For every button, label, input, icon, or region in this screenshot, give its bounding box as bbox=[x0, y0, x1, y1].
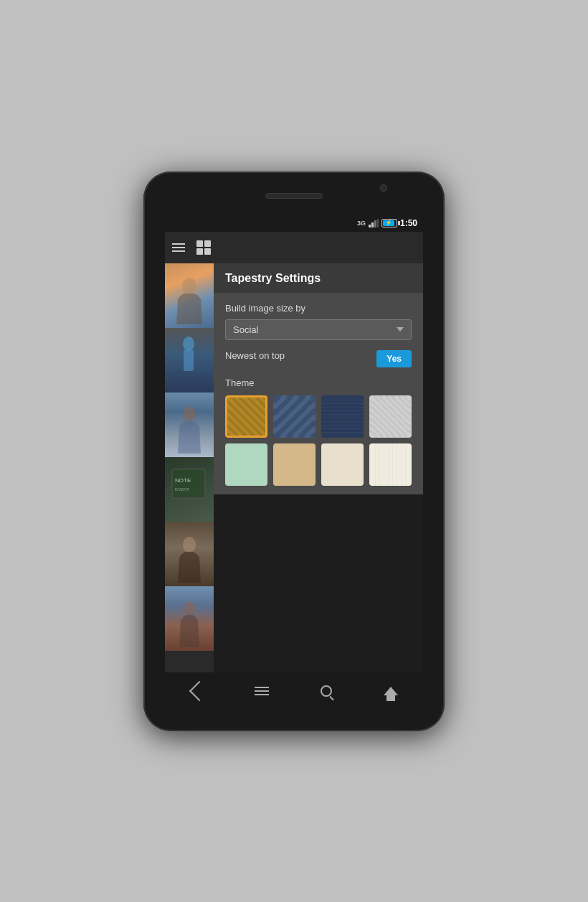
theme-swatch-navy-dark[interactable] bbox=[321, 395, 364, 438]
theme-swatch-mint[interactable] bbox=[225, 443, 267, 486]
home-icon bbox=[384, 687, 398, 695]
signal-indicator: 3G bbox=[357, 220, 366, 227]
photo-thumb-6 bbox=[165, 586, 214, 651]
dialog-header: Tapestry Settings bbox=[214, 263, 423, 294]
chalkboard-writing: NOTE EVENT bbox=[171, 468, 207, 511]
grid-cell-4 bbox=[204, 248, 211, 255]
svg-text:NOTE: NOTE bbox=[175, 477, 191, 484]
grid-cell-1 bbox=[196, 240, 203, 247]
svg-rect-1 bbox=[371, 222, 374, 227]
back-icon bbox=[189, 680, 209, 700]
photo-thumb-1 bbox=[165, 263, 214, 328]
svg-rect-6 bbox=[184, 349, 194, 371]
phone-screen: 3G ⚡ 1:50 bbox=[165, 215, 423, 710]
svg-text:EVENT: EVENT bbox=[175, 487, 189, 492]
figurine-shape bbox=[178, 335, 199, 385]
svg-point-12 bbox=[184, 601, 195, 614]
dialog-body: Build image size by Social Newest on top… bbox=[214, 294, 423, 494]
person-silhouette-6 bbox=[174, 601, 205, 647]
photos-sidebar: NOTE EVENT bbox=[165, 263, 214, 672]
search-icon-nav bbox=[321, 685, 332, 697]
dialog-overlay: Tapestry Settings Build image size by So… bbox=[214, 263, 423, 672]
svg-point-7 bbox=[183, 407, 196, 421]
status-time: 1:50 bbox=[400, 218, 417, 228]
grid-cell-2 bbox=[204, 240, 211, 247]
svg-point-5 bbox=[183, 337, 194, 351]
hamburger-line-3 bbox=[172, 250, 185, 252]
svg-point-4 bbox=[182, 278, 196, 295]
build-image-label: Build image size by bbox=[225, 303, 412, 314]
dialog-title: Tapestry Settings bbox=[225, 272, 321, 284]
app-content: NOTE EVENT bbox=[165, 232, 423, 672]
phone-top-hardware bbox=[143, 172, 445, 215]
nav-search-button[interactable] bbox=[308, 672, 344, 710]
person-silhouette-5 bbox=[174, 536, 205, 583]
menu-icon-nav bbox=[255, 687, 269, 695]
newest-on-top-toggle[interactable]: Yes bbox=[376, 350, 412, 367]
nav-home-button[interactable] bbox=[373, 672, 409, 710]
photo-thumb-3 bbox=[165, 393, 214, 457]
menu-icon[interactable] bbox=[172, 240, 189, 255]
bottom-nav bbox=[165, 672, 423, 710]
battery-icon: ⚡ bbox=[381, 219, 397, 227]
hamburger-line-1 bbox=[172, 243, 185, 245]
build-image-dropdown[interactable]: Social bbox=[225, 319, 412, 340]
nav-menu-line-2 bbox=[255, 690, 269, 692]
front-camera bbox=[380, 184, 387, 192]
svg-rect-3 bbox=[377, 219, 379, 227]
nav-menu-line-3 bbox=[255, 694, 269, 695]
person-silhouette-3 bbox=[174, 407, 205, 454]
settings-dialog: Tapestry Settings Build image size by So… bbox=[214, 263, 423, 494]
theme-swatch-gold[interactable] bbox=[225, 395, 267, 438]
theme-swatch-tan[interactable] bbox=[273, 443, 316, 486]
main-columns: NOTE EVENT bbox=[165, 263, 423, 672]
svg-rect-8 bbox=[172, 469, 205, 498]
svg-point-11 bbox=[183, 537, 196, 553]
dropdown-selected-value: Social bbox=[233, 324, 258, 335]
nav-back-button[interactable] bbox=[179, 672, 215, 710]
hamburger-line-2 bbox=[172, 247, 185, 248]
signal-bars-icon bbox=[369, 219, 379, 227]
app-action-bar bbox=[165, 232, 423, 263]
content-area: Tapestry Settings Build image size by So… bbox=[214, 263, 423, 672]
theme-swatch-light-gray[interactable] bbox=[369, 395, 412, 438]
phone-device: 3G ⚡ 1:50 bbox=[143, 172, 445, 731]
charging-bolt: ⚡ bbox=[385, 220, 392, 226]
theme-section-label: Theme bbox=[225, 377, 412, 388]
nav-menu-line-1 bbox=[255, 687, 269, 688]
svg-rect-0 bbox=[369, 225, 371, 227]
grid-view-icon[interactable] bbox=[196, 240, 211, 255]
newest-on-top-label: Newest on top bbox=[225, 350, 285, 361]
theme-swatch-cream-white[interactable] bbox=[369, 443, 412, 486]
grid-cell-3 bbox=[196, 248, 203, 255]
photo-thumb-4: NOTE EVENT bbox=[165, 457, 214, 522]
speaker-grille bbox=[265, 193, 323, 199]
theme-swatch-cream-light[interactable] bbox=[321, 443, 364, 486]
theme-swatch-navy-light[interactable] bbox=[273, 395, 316, 438]
nav-menu-button[interactable] bbox=[244, 672, 280, 710]
dropdown-arrow-icon bbox=[397, 327, 404, 332]
photo-thumb-2 bbox=[165, 328, 214, 393]
status-bar: 3G ⚡ 1:50 bbox=[165, 215, 423, 232]
theme-grid bbox=[225, 395, 412, 486]
newest-on-top-row: Newest on top Yes bbox=[225, 350, 412, 367]
svg-rect-2 bbox=[374, 220, 376, 227]
photo-thumb-5 bbox=[165, 522, 214, 586]
person-silhouette-1 bbox=[174, 278, 205, 324]
phone-bottom-hardware bbox=[143, 710, 445, 731]
